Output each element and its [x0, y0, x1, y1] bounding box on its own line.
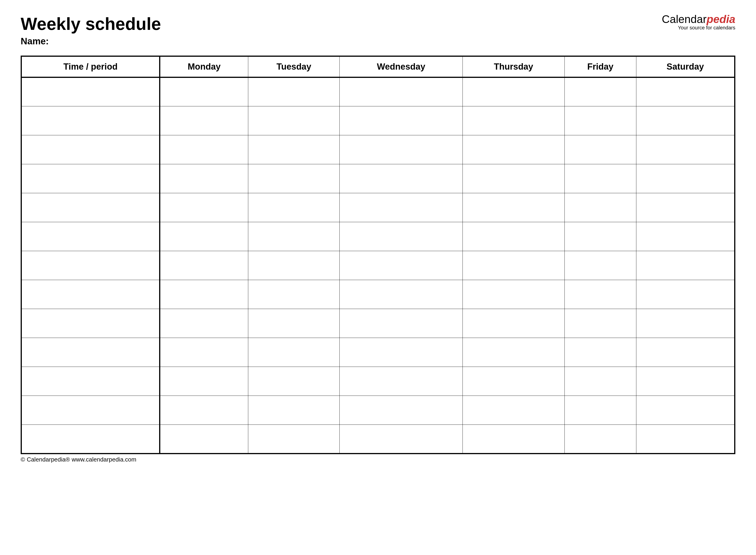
- schedule-table: Time / period Monday Tuesday Wednesday T…: [21, 55, 735, 454]
- table-row: [21, 135, 735, 164]
- table-cell: [248, 251, 340, 280]
- table-cell: [636, 367, 735, 396]
- table-cell: [160, 193, 248, 222]
- table-cell: [160, 222, 248, 251]
- table-cell: [636, 135, 735, 164]
- table-cell: [340, 280, 462, 309]
- table-cell: [248, 425, 340, 454]
- table-cell: [21, 338, 160, 367]
- table-cell: [248, 309, 340, 338]
- table-cell: [160, 106, 248, 135]
- table-cell: [160, 425, 248, 454]
- table-row: [21, 425, 735, 454]
- table-cell: [636, 222, 735, 251]
- table-body: [21, 77, 735, 454]
- table-cell: [340, 367, 462, 396]
- logo-tagline: Your source for calendars: [662, 25, 735, 30]
- table-cell: [565, 338, 636, 367]
- table-cell: [340, 396, 462, 425]
- table-cell: [340, 222, 462, 251]
- table-cell: [21, 309, 160, 338]
- table-cell: [565, 425, 636, 454]
- table-cell: [340, 251, 462, 280]
- table-cell: [636, 396, 735, 425]
- table-cell: [462, 280, 565, 309]
- table-cell: [636, 338, 735, 367]
- table-cell: [160, 309, 248, 338]
- table-cell: [462, 164, 565, 193]
- table-cell: [340, 309, 462, 338]
- table-cell: [462, 193, 565, 222]
- table-cell: [21, 367, 160, 396]
- table-cell: [340, 106, 462, 135]
- table-cell: [248, 77, 340, 106]
- table-header-row: Time / period Monday Tuesday Wednesday T…: [21, 56, 735, 77]
- table-cell: [565, 251, 636, 280]
- table-cell: [636, 164, 735, 193]
- table-cell: [462, 106, 565, 135]
- table-cell: [565, 280, 636, 309]
- table-cell: [462, 338, 565, 367]
- table-cell: [21, 222, 160, 251]
- footer: © Calendarpedia® www.calendarpedia.com: [21, 456, 735, 463]
- table-cell: [462, 135, 565, 164]
- table-cell: [636, 106, 735, 135]
- table-cell: [21, 193, 160, 222]
- column-header-friday: Friday: [565, 56, 636, 77]
- table-row: [21, 251, 735, 280]
- table-cell: [160, 396, 248, 425]
- table-cell: [340, 193, 462, 222]
- table-row: [21, 280, 735, 309]
- table-cell: [248, 367, 340, 396]
- table-row: [21, 309, 735, 338]
- table-row: [21, 338, 735, 367]
- table-cell: [565, 396, 636, 425]
- table-row: [21, 367, 735, 396]
- table-cell: [340, 164, 462, 193]
- table-cell: [462, 309, 565, 338]
- column-header-monday: Monday: [160, 56, 248, 77]
- table-cell: [160, 251, 248, 280]
- table-cell: [565, 367, 636, 396]
- table-cell: [340, 135, 462, 164]
- table-cell: [636, 309, 735, 338]
- table-cell: [248, 222, 340, 251]
- table-cell: [565, 164, 636, 193]
- table-row: [21, 193, 735, 222]
- column-header-time: Time / period: [21, 56, 160, 77]
- name-label: Name:: [21, 36, 735, 46]
- table-cell: [636, 280, 735, 309]
- table-cell: [636, 193, 735, 222]
- table-cell: [636, 77, 735, 106]
- logo-text-black: Calendar: [662, 13, 707, 25]
- table-cell: [340, 338, 462, 367]
- logo-main: Calendarpedia: [662, 14, 735, 25]
- table-cell: [340, 77, 462, 106]
- table-cell: [462, 396, 565, 425]
- table-cell: [160, 77, 248, 106]
- logo: Calendarpedia Your source for calendars: [662, 14, 735, 30]
- column-header-thursday: Thursday: [462, 56, 565, 77]
- header-row: Weekly schedule Calendarpedia Your sourc…: [21, 14, 735, 34]
- table-cell: [565, 193, 636, 222]
- table-cell: [340, 425, 462, 454]
- column-header-saturday: Saturday: [636, 56, 735, 77]
- table-cell: [160, 338, 248, 367]
- table-cell: [248, 193, 340, 222]
- table-cell: [462, 222, 565, 251]
- table-cell: [565, 77, 636, 106]
- page-title: Weekly schedule: [21, 14, 161, 34]
- table-cell: [21, 135, 160, 164]
- table-cell: [21, 396, 160, 425]
- column-header-wednesday: Wednesday: [340, 56, 462, 77]
- table-cell: [565, 106, 636, 135]
- table-cell: [160, 164, 248, 193]
- table-cell: [248, 280, 340, 309]
- table-cell: [462, 77, 565, 106]
- table-cell: [21, 77, 160, 106]
- table-row: [21, 106, 735, 135]
- table-cell: [248, 396, 340, 425]
- table-cell: [21, 425, 160, 454]
- table-cell: [160, 280, 248, 309]
- table-cell: [636, 425, 735, 454]
